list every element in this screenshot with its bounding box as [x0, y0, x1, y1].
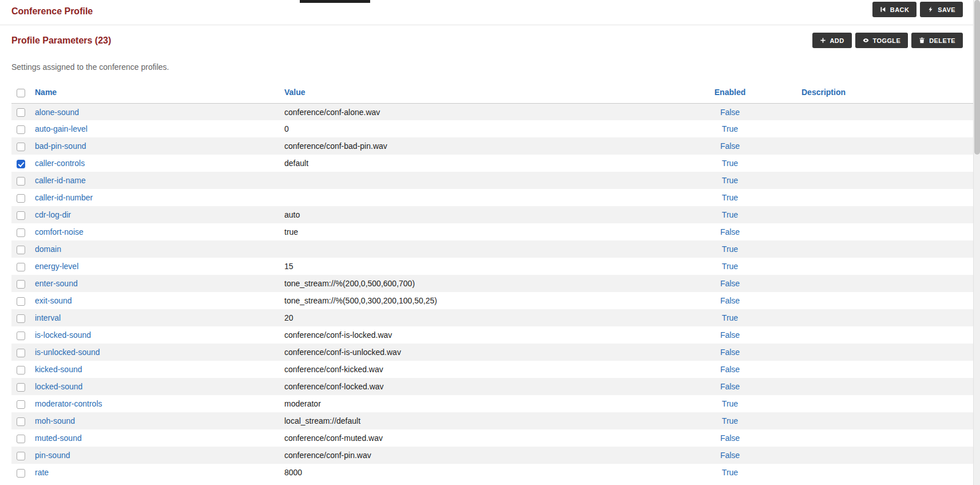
- header-button-group: BACK SAVE: [872, 2, 963, 17]
- param-name-link[interactable]: bad-pin-sound: [35, 141, 86, 151]
- param-description: [802, 361, 973, 378]
- param-enabled-link[interactable]: False: [720, 451, 740, 460]
- param-name-link[interactable]: pin-sound: [35, 451, 70, 460]
- param-description: [802, 103, 973, 120]
- param-name-link[interactable]: locked-sound: [35, 382, 82, 391]
- param-description: [802, 378, 973, 395]
- param-enabled-link[interactable]: False: [720, 382, 740, 391]
- param-name-link[interactable]: interval: [35, 313, 61, 322]
- row-checkbox[interactable]: [17, 177, 25, 186]
- save-button-label: SAVE: [938, 6, 955, 13]
- row-checkbox[interactable]: [17, 246, 25, 254]
- table-row: caller-id-number True: [11, 189, 973, 206]
- param-enabled-link[interactable]: True: [722, 262, 738, 271]
- param-name-link[interactable]: enter-sound: [35, 279, 78, 288]
- row-checkbox[interactable]: [17, 194, 25, 203]
- row-checkbox[interactable]: [17, 125, 25, 134]
- vertical-scrollbar[interactable]: [973, 0, 980, 485]
- row-checkbox[interactable]: [17, 160, 25, 168]
- param-name-link[interactable]: domain: [35, 245, 61, 254]
- row-checkbox[interactable]: [17, 297, 25, 306]
- param-name-link[interactable]: cdr-log-dir: [35, 210, 71, 219]
- param-value: conference/conf-bad-pin.wav: [284, 137, 714, 155]
- param-enabled-link[interactable]: True: [722, 193, 738, 202]
- param-enabled-link[interactable]: True: [722, 313, 738, 322]
- param-enabled-link[interactable]: True: [722, 124, 738, 133]
- toggle-button-label: TOGGLE: [873, 37, 901, 44]
- param-enabled-link[interactable]: False: [720, 433, 740, 443]
- param-name-link[interactable]: comfort-noise: [35, 227, 84, 236]
- param-name-link[interactable]: auto-gain-level: [35, 124, 88, 133]
- section-button-group: ADD TOGGLE DELETE: [812, 33, 963, 48]
- param-enabled-link[interactable]: False: [720, 296, 740, 305]
- row-checkbox[interactable]: [17, 314, 25, 323]
- column-header-name[interactable]: Name: [35, 88, 57, 97]
- row-checkbox[interactable]: [17, 228, 25, 237]
- param-enabled-link[interactable]: True: [722, 416, 738, 425]
- param-name-link[interactable]: rate: [35, 468, 49, 477]
- param-enabled-link[interactable]: False: [720, 330, 740, 340]
- row-checkbox[interactable]: [17, 452, 25, 460]
- scrollbar-thumb[interactable]: [974, 0, 980, 155]
- row-checkbox[interactable]: [17, 332, 25, 340]
- param-name-link[interactable]: is-locked-sound: [35, 330, 91, 340]
- row-checkbox[interactable]: [17, 469, 25, 478]
- delete-button[interactable]: DELETE: [911, 33, 963, 48]
- param-description: [802, 120, 973, 137]
- row-checkbox[interactable]: [17, 349, 25, 357]
- param-name-link[interactable]: kicked-sound: [35, 365, 82, 374]
- param-description: [802, 412, 973, 429]
- param-name-link[interactable]: caller-id-name: [35, 176, 86, 185]
- param-enabled-link[interactable]: True: [722, 468, 738, 477]
- param-description: [802, 240, 973, 258]
- param-description: [802, 429, 973, 447]
- param-enabled-link[interactable]: False: [720, 227, 740, 236]
- param-enabled-link[interactable]: True: [722, 159, 738, 168]
- row-checkbox[interactable]: [17, 280, 25, 289]
- param-name-link[interactable]: exit-sound: [35, 296, 72, 305]
- param-enabled-link[interactable]: True: [722, 176, 738, 185]
- column-header-enabled[interactable]: Enabled: [715, 88, 745, 97]
- param-enabled-link[interactable]: True: [722, 399, 738, 408]
- param-name-link[interactable]: moh-sound: [35, 416, 75, 425]
- section-header: Profile Parameters (23) ADD TOGGLE DELET…: [0, 25, 980, 48]
- column-header-value[interactable]: Value: [284, 88, 305, 97]
- row-checkbox[interactable]: [17, 263, 25, 271]
- section-description: Settings assigned to the conference prof…: [11, 62, 969, 72]
- column-header-description[interactable]: Description: [802, 88, 846, 97]
- param-description: [802, 189, 973, 206]
- param-name-link[interactable]: muted-sound: [35, 433, 82, 443]
- row-checkbox[interactable]: [17, 211, 25, 220]
- row-checkbox[interactable]: [17, 417, 25, 426]
- param-enabled-link[interactable]: False: [720, 108, 740, 117]
- param-value: conference/conf-alone.wav: [284, 103, 714, 120]
- param-enabled-link[interactable]: True: [722, 210, 738, 219]
- param-name-link[interactable]: moderator-controls: [35, 399, 102, 408]
- param-enabled-link[interactable]: False: [720, 365, 740, 374]
- add-button[interactable]: ADD: [812, 33, 852, 48]
- row-checkbox[interactable]: [17, 383, 25, 392]
- select-all-checkbox[interactable]: [17, 89, 25, 97]
- bolt-icon: [927, 6, 934, 13]
- param-enabled-link[interactable]: False: [720, 279, 740, 288]
- param-name-link[interactable]: energy-level: [35, 262, 78, 271]
- param-value: local_stream://default: [284, 412, 714, 429]
- param-name-link[interactable]: alone-sound: [35, 108, 79, 117]
- param-enabled-link[interactable]: False: [720, 141, 740, 151]
- back-button[interactable]: BACK: [872, 2, 916, 17]
- param-enabled-link[interactable]: False: [720, 348, 740, 357]
- save-button[interactable]: SAVE: [920, 2, 963, 17]
- param-name-link[interactable]: is-unlocked-sound: [35, 348, 100, 357]
- row-checkbox[interactable]: [17, 366, 25, 374]
- row-checkbox[interactable]: [17, 400, 25, 409]
- param-enabled-link[interactable]: True: [722, 245, 738, 254]
- param-name-link[interactable]: caller-id-number: [35, 193, 93, 202]
- toggle-button[interactable]: TOGGLE: [855, 33, 908, 48]
- param-description: [802, 395, 973, 412]
- param-description: [802, 137, 973, 155]
- param-value: 15: [284, 258, 714, 275]
- row-checkbox[interactable]: [17, 435, 25, 443]
- param-name-link[interactable]: caller-controls: [35, 159, 85, 168]
- row-checkbox[interactable]: [17, 108, 25, 117]
- row-checkbox[interactable]: [17, 143, 25, 151]
